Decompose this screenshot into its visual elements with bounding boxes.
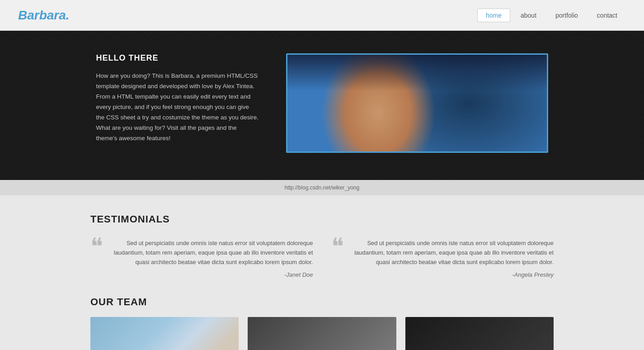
team-title: OUR TEAM: [90, 296, 554, 308]
team-card-3: [405, 317, 554, 350]
quote-mark-1: ❝: [90, 235, 103, 259]
watermark-text: http://blog.csdn.net/wiker_yong: [285, 184, 359, 191]
hero-text: HELLO THERE How are you doing? This is B…: [96, 53, 259, 144]
team-card-2: [248, 317, 396, 350]
hero-title: HELLO THERE: [96, 53, 259, 63]
testimonials-title: TESTIMONIALS: [90, 213, 554, 225]
hero-section: HELLO THERE How are you doing? This is B…: [0, 31, 644, 180]
testimonial-body-1: Sed ut perspiciatis unde omnis iste natu…: [108, 239, 313, 278]
hero-image: [286, 53, 548, 153]
testimonial-body-2: Sed ut perspiciatis unde omnis iste natu…: [349, 239, 554, 278]
nav: home about portfolio contact: [477, 9, 626, 22]
nav-home[interactable]: home: [477, 9, 510, 22]
testimonial-author-2: -Angela Presley: [349, 271, 554, 278]
logo-dot: .: [66, 8, 70, 22]
testimonial-author-1: -Janet Doe: [108, 271, 313, 278]
testimonial-text-2: Sed ut perspiciatis unde omnis iste natu…: [349, 239, 554, 267]
team-grid: [90, 317, 554, 350]
testimonial-text-1: Sed ut perspiciatis unde omnis iste natu…: [108, 239, 313, 267]
logo-text: Barbara: [18, 8, 66, 22]
nav-about[interactable]: about: [512, 9, 545, 22]
testimonial-1: ❝ Sed ut perspiciatis unde omnis iste na…: [90, 239, 313, 278]
header: Barbara. home about portfolio contact: [0, 0, 644, 31]
watermark: http://blog.csdn.net/wiker_yong: [0, 180, 644, 195]
nav-contact[interactable]: contact: [588, 9, 626, 22]
testimonial-2: ❝ Sed ut perspiciatis unde omnis iste na…: [331, 239, 554, 278]
nav-portfolio[interactable]: portfolio: [547, 9, 587, 22]
testimonials-grid: ❝ Sed ut perspiciatis unde omnis iste na…: [90, 239, 554, 278]
logo: Barbara.: [18, 8, 70, 23]
team-card-1: [90, 317, 239, 350]
hero-body: How are you doing? This is Barbara, a pr…: [96, 71, 259, 144]
main-content: TESTIMONIALS ❝ Sed ut perspiciatis unde …: [0, 195, 644, 350]
quote-mark-2: ❝: [331, 235, 344, 259]
